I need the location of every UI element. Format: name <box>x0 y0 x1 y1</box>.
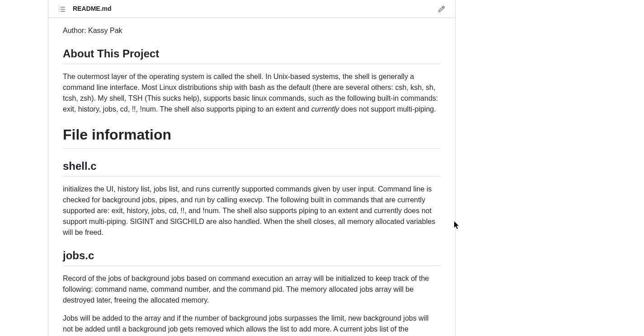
about-heading: About This Project <box>63 47 441 64</box>
about-text-post: does not support multi-piping. <box>339 105 436 113</box>
shellc-heading: shell.c <box>63 159 441 177</box>
edit-button[interactable] <box>435 3 448 15</box>
jobsc-paragraph-1: Record of the jobs of background jobs ba… <box>63 273 441 306</box>
author-line: Author: Kassy Pak <box>63 25 441 36</box>
file-info-heading: File information <box>63 126 441 149</box>
page-root: README.md Author: Kassy Pak About This P… <box>0 0 644 336</box>
markdown-body: Author: Kassy Pak About This Project The… <box>48 18 455 336</box>
readme-header-left: README.md <box>56 3 112 15</box>
shellc-paragraph: initializes the UI, history list, jobs l… <box>63 184 441 238</box>
about-paragraph: The outermost layer of the operating sys… <box>63 71 441 115</box>
jobsc-heading: jobs.c <box>63 249 441 266</box>
toc-button[interactable] <box>56 3 68 15</box>
list-icon <box>58 5 66 13</box>
pencil-icon <box>438 5 445 13</box>
about-em: currently <box>311 105 339 113</box>
readme-panel: README.md Author: Kassy Pak About This P… <box>48 0 456 336</box>
readme-header: README.md <box>48 0 455 18</box>
jobsc-paragraph-2: Jobs will be added to the array and if t… <box>63 313 441 335</box>
readme-filename: README.md <box>73 4 112 14</box>
